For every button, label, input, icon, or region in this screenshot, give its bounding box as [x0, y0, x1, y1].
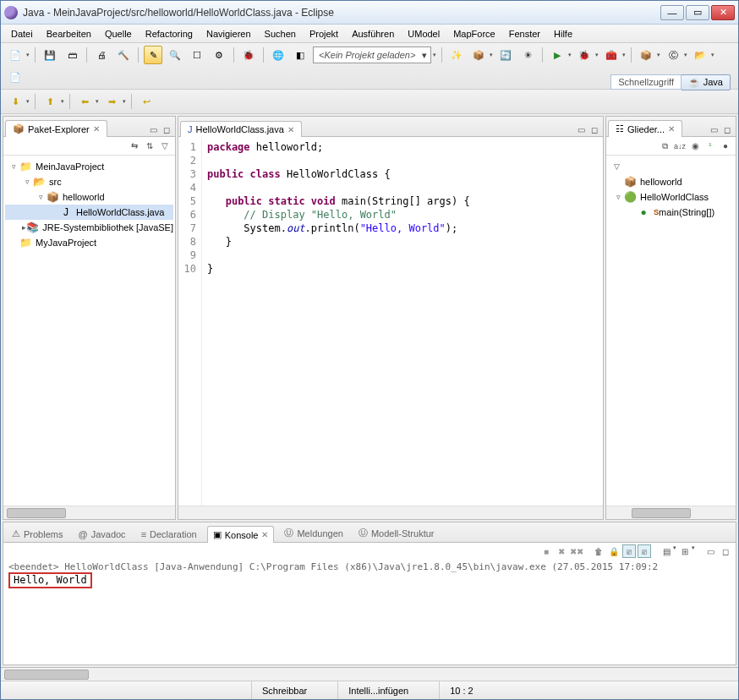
minimize-button[interactable]: —	[660, 5, 684, 20]
next-icon[interactable]: ➡	[102, 92, 121, 111]
tree-item[interactable]: JHelloWorldClass.java	[5, 205, 173, 220]
package-explorer-tree[interactable]: ▿📁MeinJavaProject▿📂src▿📦helloworldJHello…	[3, 156, 175, 506]
back-arrow-icon[interactable]: ⬇	[6, 92, 25, 111]
run-icon[interactable]: ▶	[548, 46, 567, 64]
console-tab-problems[interactable]: ⚠Problems	[7, 526, 68, 542]
toggle-icon[interactable]: ☐	[188, 46, 206, 64]
minimize-pane-icon[interactable]: ▭	[707, 123, 720, 136]
tree-item[interactable]: ▿📁MeinJavaProject	[5, 159, 173, 174]
build-icon[interactable]: 🔨	[114, 46, 133, 64]
menu-quelle[interactable]: Quelle	[98, 26, 139, 41]
show-console-icon[interactable]: ⎚	[638, 544, 651, 558]
outline-item[interactable]: 📦helloworld	[608, 174, 734, 189]
maximize-pane-icon[interactable]: ◻	[160, 123, 173, 136]
star-icon[interactable]: ✳	[518, 46, 537, 64]
minimize-pane-icon[interactable]: ▭	[574, 123, 588, 136]
outline-item[interactable]: ●Smain(String[])	[608, 205, 734, 220]
close-icon[interactable]: ✕	[93, 124, 100, 134]
display-selected-icon[interactable]: ▤	[660, 544, 673, 558]
console-output[interactable]: <beendet> HelloWorldClass [Java-Anwendun…	[3, 560, 736, 664]
az-icon[interactable]: a↓z	[673, 139, 687, 153]
maximize-pane-icon[interactable]: ◻	[720, 123, 734, 136]
debug-perspective-icon[interactable]: 🐞	[239, 46, 258, 64]
box-icon[interactable]: 📦	[469, 46, 488, 64]
search-icon[interactable]: 🔍	[166, 46, 184, 64]
tree-item[interactable]: ▿📦helloworld	[5, 189, 173, 205]
h-scrollbar[interactable]	[178, 506, 603, 519]
pin-console-icon[interactable]: ⎚	[622, 544, 636, 558]
open-console-icon[interactable]: ⊞	[678, 544, 692, 558]
menu-navigieren[interactable]: Navigieren	[200, 26, 258, 41]
terminate-icon[interactable]: ■	[539, 544, 553, 558]
console-tab-modell-struktur[interactable]: ⓊModell-Struktur	[353, 524, 440, 542]
console-tab-javadoc[interactable]: @Javadoc	[73, 527, 130, 542]
maximize-pane-icon[interactable]: ◻	[588, 123, 601, 136]
wand-icon[interactable]: ✨	[447, 46, 466, 64]
close-icon[interactable]: ✕	[287, 125, 294, 134]
forward-arrow-icon[interactable]: ⬆	[41, 92, 59, 111]
menu-suchen[interactable]: Suchen	[258, 26, 303, 41]
tree-item[interactable]: ▸📚JRE-Systembibliothek [JavaSE]	[5, 220, 173, 235]
new-file-icon[interactable]: 📄	[6, 68, 25, 86]
view-menu-row[interactable]: ▽	[608, 159, 734, 174]
menu-mapforce[interactable]: MapForce	[446, 26, 502, 41]
console-tab-meldungen[interactable]: ⓊMeldungen	[279, 524, 348, 542]
h-scrollbar[interactable]	[606, 506, 736, 519]
save-all-icon[interactable]: 🗃	[63, 46, 81, 64]
menu-datei[interactable]: Datei	[4, 26, 40, 41]
close-icon[interactable]: ✕	[668, 124, 675, 134]
ext-tools-icon[interactable]: 🧰	[602, 46, 621, 64]
sort-icon[interactable]: ⧉	[658, 139, 671, 153]
remove-launch-icon[interactable]: ✖	[555, 544, 568, 558]
globe-icon[interactable]: 🌐	[269, 46, 287, 64]
console-tab-konsole[interactable]: ▣Konsole ✕	[207, 526, 275, 543]
umodel-icon[interactable]: ◧	[291, 46, 309, 64]
quickaccess-field[interactable]: Schnellzugriff	[610, 74, 682, 90]
outline-tab[interactable]: ☷ Glieder... ✕	[608, 120, 682, 137]
dropdown-icon[interactable]: ▾	[433, 52, 436, 58]
project-combo[interactable]: <Kein Projekt geladen>	[313, 46, 431, 63]
open-type-icon[interactable]: ✎	[144, 46, 162, 64]
new-icon[interactable]: 📄	[6, 46, 25, 64]
close-button[interactable]: ✕	[711, 5, 735, 20]
outline-tree[interactable]: ▽ 📦helloworld▿🟢HelloWorldClass●Smain(Str…	[606, 156, 736, 506]
clear-console-icon[interactable]: 🗑	[592, 544, 605, 558]
new-package-icon[interactable]: 📦	[637, 46, 655, 64]
hide-static-icon[interactable]: ˢ	[703, 139, 717, 153]
save-icon[interactable]: 💾	[41, 46, 59, 64]
view-menu-icon[interactable]: ▽	[158, 139, 172, 153]
prev-icon[interactable]: ⬅	[75, 92, 94, 111]
menu-ausführen[interactable]: Ausführen	[345, 26, 401, 41]
tree-item[interactable]: ▿📂src	[5, 174, 173, 189]
code-editor[interactable]: 12345678910 package helloworld;public cl…	[178, 137, 603, 506]
menu-projekt[interactable]: Projekt	[303, 26, 345, 41]
maximize-button[interactable]: ▭	[686, 5, 709, 20]
console-tab-declaration[interactable]: ≡Declaration	[136, 527, 202, 542]
menu-hilfe[interactable]: Hilfe	[547, 26, 579, 41]
refresh-icon[interactable]: 🔄	[496, 46, 515, 64]
menu-umodel[interactable]: UModel	[401, 26, 446, 41]
hide-nonpublic-icon[interactable]: ●	[719, 139, 732, 153]
close-icon[interactable]: ✕	[261, 530, 268, 539]
menu-fenster[interactable]: Fenster	[502, 26, 547, 41]
new-class-icon[interactable]: Ⓒ	[664, 46, 682, 64]
remove-all-icon[interactable]: ✖✖	[570, 544, 583, 558]
maximize-pane-icon[interactable]: ◻	[719, 544, 732, 558]
collapse-all-icon[interactable]: ⇆	[128, 139, 141, 153]
new-folder-icon[interactable]: 📂	[691, 46, 709, 64]
last-edit-icon[interactable]: ↩	[137, 92, 156, 111]
minimize-pane-icon[interactable]: ▭	[703, 544, 717, 558]
minimize-pane-icon[interactable]: ▭	[146, 123, 160, 136]
menu-bearbeiten[interactable]: Bearbeiten	[40, 26, 98, 41]
outline-item[interactable]: ▿🟢HelloWorldClass	[608, 189, 734, 205]
h-scrollbar[interactable]	[3, 506, 175, 519]
tree-item[interactable]: 📁MyJavaProject	[5, 235, 173, 250]
editor-tab[interactable]: J HelloWorldClass.java ✕	[180, 121, 302, 137]
link-editor-icon[interactable]: ⇅	[143, 139, 156, 153]
dropdown-icon[interactable]: ▾	[26, 52, 30, 58]
debug-icon[interactable]: 🐞	[575, 46, 594, 64]
filter-icon[interactable]: ⚙	[210, 46, 228, 64]
menu-refactoring[interactable]: Refactoring	[139, 26, 200, 41]
java-perspective-button[interactable]: ☕ Java	[681, 74, 731, 90]
print-icon[interactable]: 🖨	[92, 46, 111, 64]
